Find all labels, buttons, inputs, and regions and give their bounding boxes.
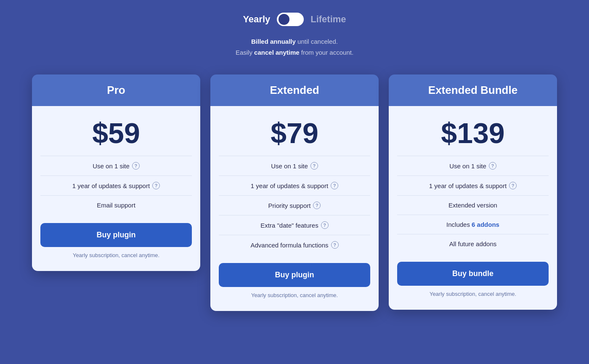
plan-features-extended-bundle: Use on 1 site ? 1 year of updates & supp… (397, 156, 549, 253)
help-icon[interactable]: ? (310, 162, 318, 170)
sub-note-pro: Yearly subscription, cancel anytime. (73, 252, 159, 258)
cancel-highlight-text: cancel anytime (254, 49, 300, 56)
feature-priority-support: Priority support ? (219, 196, 370, 215)
cancel-prefix-text: Easily (236, 49, 254, 56)
billing-info: Billed annually until canceled. Easily c… (236, 36, 353, 58)
billing-line-1: Billed annually until canceled. (236, 36, 353, 47)
feature-text: Use on 1 site (449, 162, 486, 170)
feature-use-site: Use on 1 site ? (397, 156, 549, 176)
plan-card-pro: Pro $59 Use on 1 site ? 1 year of update… (32, 74, 200, 271)
sub-note-extended: Yearly subscription, cancel anytime. (251, 292, 338, 298)
plan-card-extended-bundle: Extended Bundle $139 Use on 1 site ? 1 y… (389, 74, 557, 310)
toggle-thumb (279, 14, 289, 25)
help-icon[interactable]: ? (331, 241, 339, 249)
feature-includes-addons: Includes 6 addons (397, 215, 549, 234)
buy-bundle-button[interactable]: Buy bundle (397, 262, 549, 286)
billed-annually-text: Billed annually (251, 38, 296, 45)
plan-cta-extended: Buy plugin Yearly subscription, cancel a… (219, 255, 370, 303)
yearly-label: Yearly (243, 14, 270, 25)
feature-date-features: Extra "date" features ? (219, 215, 370, 235)
plan-price-pro: $59 (92, 119, 140, 147)
buy-plugin-button-pro[interactable]: Buy plugin (40, 223, 192, 247)
feature-formula-functions: Advanced formula functions ? (219, 235, 370, 255)
lifetime-label: Lifetime (310, 14, 346, 25)
pricing-cards: Pro $59 Use on 1 site ? 1 year of update… (17, 74, 572, 311)
feature-text: Priority support (268, 202, 311, 209)
feature-text: 1 year of updates & support (429, 182, 507, 189)
cancel-suffix-text: from your account. (300, 49, 353, 56)
plan-header-extended-bundle: Extended Bundle (389, 74, 557, 106)
feature-use-site: Use on 1 site ? (219, 156, 370, 176)
feature-updates: 1 year of updates & support ? (219, 176, 370, 196)
addon-count: 6 addons (472, 221, 499, 228)
toggle-switch[interactable] (277, 13, 304, 26)
feature-text: All future addons (449, 240, 497, 247)
feature-text: 1 year of updates & support (72, 182, 150, 189)
feature-future-addons: All future addons (397, 234, 549, 253)
plan-body-extended-bundle: $139 Use on 1 site ? 1 year of updates &… (389, 106, 557, 310)
help-icon[interactable]: ? (321, 221, 329, 229)
help-icon[interactable]: ? (132, 162, 140, 170)
sub-note-extended-bundle: Yearly subscription, cancel anytime. (430, 291, 516, 297)
plan-body-extended: $79 Use on 1 site ? 1 year of updates & … (210, 106, 379, 311)
feature-updates: 1 year of updates & support ? (397, 176, 549, 196)
plan-header-pro: Pro (32, 74, 200, 106)
feature-text: Advanced formula functions (250, 242, 328, 249)
feature-text: Includes 6 addons (446, 221, 499, 228)
plan-name-extended-bundle: Extended Bundle (397, 84, 549, 97)
feature-text: Use on 1 site (271, 162, 308, 170)
feature-text: Use on 1 site (93, 162, 130, 170)
help-icon[interactable]: ? (313, 202, 321, 209)
feature-extended-version: Extended version (397, 196, 549, 215)
feature-use-site: Use on 1 site ? (40, 156, 192, 176)
plan-features-extended: Use on 1 site ? 1 year of updates & supp… (219, 156, 370, 255)
feature-text: Extended version (448, 202, 497, 209)
plan-cta-pro: Buy plugin Yearly subscription, cancel a… (40, 215, 192, 263)
plan-card-extended: Extended $79 Use on 1 site ? 1 year of u… (210, 74, 379, 311)
help-icon[interactable]: ? (331, 182, 338, 189)
plan-price-extended-bundle: $139 (441, 119, 504, 147)
billing-line-2: Easily cancel anytime from your account. (236, 47, 353, 58)
plan-cta-extended-bundle: Buy bundle Yearly subscription, cancel a… (397, 253, 549, 301)
help-icon[interactable]: ? (152, 182, 160, 189)
feature-updates: 1 year of updates & support ? (40, 176, 192, 196)
feature-text: Extra "date" features (260, 222, 318, 229)
feature-email-support: Email support (40, 196, 192, 215)
billed-rest-text: until canceled. (296, 38, 338, 45)
plan-price-extended: $79 (271, 119, 318, 147)
plan-name-extended: Extended (219, 84, 370, 97)
plan-features-pro: Use on 1 site ? 1 year of updates & supp… (40, 156, 192, 215)
plan-name-pro: Pro (40, 84, 192, 97)
buy-plugin-button-extended[interactable]: Buy plugin (219, 263, 370, 287)
billing-toggle: Yearly Lifetime (243, 13, 346, 26)
feature-text: 1 year of updates & support (251, 182, 328, 189)
help-icon[interactable]: ? (509, 182, 517, 189)
plan-header-extended: Extended (210, 74, 379, 106)
plan-body-pro: $59 Use on 1 site ? 1 year of updates & … (32, 106, 200, 271)
feature-text: Email support (97, 202, 135, 209)
help-icon[interactable]: ? (489, 162, 496, 170)
